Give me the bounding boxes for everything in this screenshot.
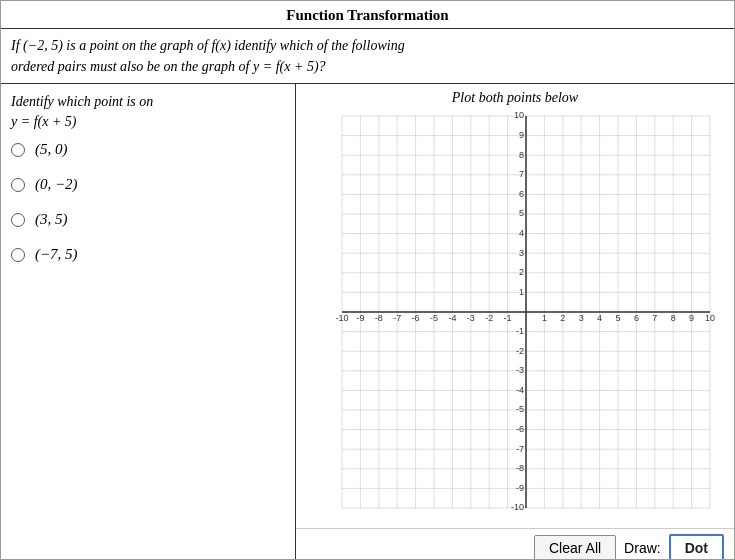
clear-all-button[interactable]: Clear All xyxy=(534,535,616,560)
radio-3[interactable] xyxy=(11,213,25,227)
radio-4[interactable] xyxy=(11,248,25,262)
left-panel: Identify which point is on y = f(x + 5) … xyxy=(1,84,296,560)
option-2-text: (0, −2) xyxy=(35,176,78,193)
option-1[interactable]: (5, 0) xyxy=(11,141,285,158)
draw-label: Draw: xyxy=(624,540,661,556)
graph-canvas[interactable] xyxy=(310,108,720,528)
page-title: Function Transformation xyxy=(1,1,734,29)
question-line2: ordered pairs must also be on the graph … xyxy=(11,59,326,74)
option-3-text: (3, 5) xyxy=(35,211,68,228)
option-4-text: (−7, 5) xyxy=(35,246,78,263)
graph-area[interactable] xyxy=(305,108,725,528)
plot-label: Plot both points below xyxy=(452,84,578,108)
bottom-bar: Clear All Draw: Dot xyxy=(296,528,734,560)
radio-2[interactable] xyxy=(11,178,25,192)
option-1-text: (5, 0) xyxy=(35,141,68,158)
option-4[interactable]: (−7, 5) xyxy=(11,246,285,263)
options-list: (5, 0) (0, −2) (3, 5) (−7, 5) xyxy=(11,141,285,263)
question-line1: If (−2, 5) is a point on the graph of f(… xyxy=(11,38,405,53)
main-content: Identify which point is on y = f(x + 5) … xyxy=(1,84,734,560)
option-2[interactable]: (0, −2) xyxy=(11,176,285,193)
question-area: If (−2, 5) is a point on the graph of f(… xyxy=(1,29,734,84)
radio-1[interactable] xyxy=(11,143,25,157)
option-3[interactable]: (3, 5) xyxy=(11,211,285,228)
identify-label: Identify which point is on y = f(x + 5) xyxy=(11,92,285,131)
right-panel: Plot both points below Clear All Draw: D… xyxy=(296,84,734,560)
dot-button[interactable]: Dot xyxy=(669,534,724,560)
